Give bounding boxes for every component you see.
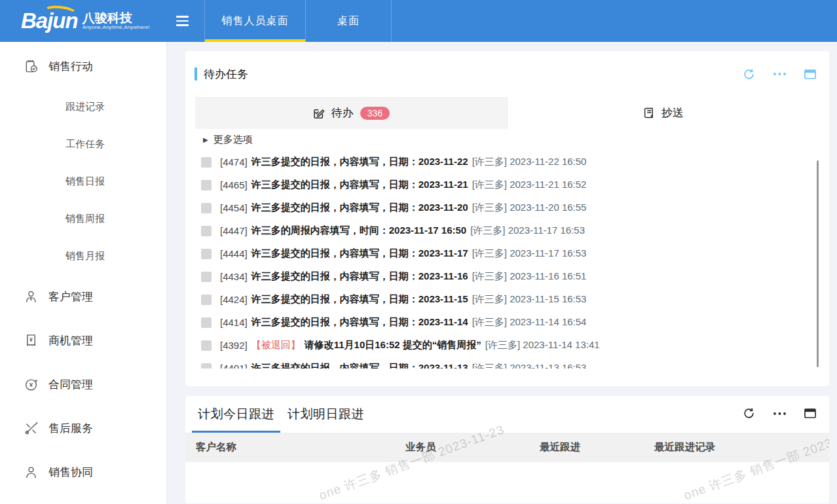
- clipboard-check-icon: [24, 59, 39, 74]
- tab-plan-today[interactable]: 计划今日跟进: [196, 396, 276, 433]
- ellipsis-icon[interactable]: [773, 72, 787, 76]
- todo-item-title: 许三多的周报内容填写，时间：2023-11-17 16:50: [251, 225, 466, 237]
- todo-item-meta: [许三多] 2023-11-15 16:53: [472, 293, 587, 306]
- sidebar-subitem-follow-up-records[interactable]: 跟进记录: [0, 88, 166, 126]
- todo-item-id: [4392]: [220, 340, 248, 351]
- topnav-tab-desktop[interactable]: 桌面: [306, 0, 392, 42]
- todo-item[interactable]: [4392]【被退回】请修改11月10日16:52 提交的“销售周报”[许三多]…: [201, 334, 829, 357]
- sidebar-item-sales-action[interactable]: 销售行动: [0, 45, 166, 88]
- todo-item-meta: [许三多] 2023-11-20 16:55: [472, 202, 587, 214]
- todo-item[interactable]: [4424]许三多提交的日报，内容填写，日期：2023-11-15[许三多] 2…: [201, 288, 829, 311]
- todo-checkbox[interactable]: [201, 157, 212, 168]
- todo-item-title: 许三多提交的日报，内容填写，日期：2023-11-16: [251, 270, 468, 283]
- more-options-toggle[interactable]: ▶ 更多选项: [185, 129, 829, 151]
- todo-item-title: 许三多提交的日报，内容填写，日期：2023-11-20: [251, 202, 468, 214]
- todo-item-id: [4401]: [220, 363, 248, 369]
- todo-item-id: [4465]: [220, 179, 248, 190]
- todo-checkbox[interactable]: [201, 363, 212, 369]
- sidebar-item-contract-mgmt[interactable]: ¥合同管理: [0, 363, 166, 406]
- sidebar-item-label: 销售协同: [48, 465, 93, 480]
- panel-accent-bar: [195, 67, 197, 81]
- sidebar-item-label: 销售行动: [48, 59, 93, 74]
- refresh-icon[interactable]: [743, 407, 755, 420]
- caret-right-icon: ▶: [203, 136, 208, 143]
- todo-item-meta: [许三多] 2023-11-16 16:51: [472, 270, 587, 283]
- todo-checkbox[interactable]: [201, 180, 212, 190]
- todo-item[interactable]: [4401]许三多提交的日报，内容填写，日期：2023-11-13[许三多] 2…: [201, 357, 829, 369]
- sidebar-subitem-sales-monthly[interactable]: 销售月报: [0, 238, 166, 275]
- sidebar-subitem-sales-daily[interactable]: 销售日报: [0, 163, 166, 200]
- todo-item[interactable]: [4465]许三多提交的日报，内容填写，日期：2023-11-21[许三多] 2…: [201, 173, 829, 196]
- logo-text-cn: 八骏科技: [83, 12, 150, 25]
- more-options-label: 更多选项: [214, 134, 253, 146]
- svg-text:¥: ¥: [29, 381, 33, 388]
- contract-icon: ¥: [24, 377, 39, 392]
- tools-icon: [24, 421, 39, 436]
- todo-item[interactable]: [4414]许三多提交的日报，内容填写，日期：2023-11-14[许三多] 2…: [201, 311, 829, 334]
- todo-checkbox[interactable]: [201, 203, 212, 213]
- maximize-icon[interactable]: [804, 69, 816, 79]
- plan-panel: 计划今日跟进计划明日跟进 客户名称业务员最近跟进最近跟进记录 one 许三多 销…: [185, 396, 829, 503]
- todo-item-title: 许三多提交的日报，内容填写，日期：2023-11-21: [251, 179, 468, 191]
- tab-plan-tomorrow[interactable]: 计划明日跟进: [286, 396, 366, 433]
- todo-item-meta: [许三多] 2023-11-22 16:50: [472, 156, 587, 168]
- topnav-tab-label: 桌面: [337, 14, 360, 28]
- todo-tab-strip: 待办336抄送: [195, 97, 819, 129]
- maximize-icon[interactable]: [804, 408, 816, 418]
- todo-item[interactable]: [4447]许三多的周报内容填写，时间：2023-11-17 16:50[许三多…: [201, 219, 829, 242]
- sidebar-item-customer-mgmt[interactable]: 客户管理: [0, 275, 166, 319]
- ellipsis-icon[interactable]: [773, 412, 787, 416]
- todo-checkbox[interactable]: [201, 340, 212, 351]
- todo-item-id: [4434]: [220, 271, 248, 282]
- todo-item-returned-flag: 【被退回】: [251, 339, 301, 351]
- topnav-tabs: 销售人员桌面桌面: [204, 0, 392, 42]
- todo-item-title: 许三多提交的日报，内容填写，日期：2023-11-22: [251, 156, 468, 168]
- refresh-icon[interactable]: [743, 68, 755, 81]
- scrollbar-thumb[interactable]: [817, 160, 819, 367]
- topnav-tab-sales-desktop[interactable]: 销售人员桌面: [204, 0, 306, 42]
- todo-item-title: 许三多提交的日报，内容填写，日期：2023-11-15: [251, 293, 468, 306]
- receipt-icon: ¥: [24, 333, 39, 348]
- plan-panel-actions: [743, 407, 816, 420]
- person-icon: [24, 465, 39, 480]
- tab-todo[interactable]: 待办336: [195, 97, 507, 129]
- sidebar-item-opportunity-mgmt[interactable]: ¥商机管理: [0, 319, 166, 363]
- todo-item-meta: [许三多] 2023-11-14 16:54: [472, 316, 587, 329]
- todo-item-id: [4414]: [220, 317, 248, 328]
- sidebar-item-sales-collab[interactable]: 销售协同: [0, 450, 166, 494]
- todo-item[interactable]: [4434]许三多提交的日报，内容填写，日期：2023-11-16[许三多] 2…: [201, 265, 829, 288]
- todo-checkbox[interactable]: [201, 226, 212, 236]
- sidebar-item-after-sales[interactable]: 售后服务: [0, 406, 166, 450]
- todo-checkbox[interactable]: [201, 295, 212, 305]
- sidebar-subitem-sales-weekly[interactable]: 销售周报: [0, 200, 166, 238]
- todo-item-id: [4454]: [220, 202, 248, 213]
- todo-item-id: [4444]: [220, 248, 248, 259]
- plan-table-header: 客户名称业务员最近跟进最近跟进记录: [185, 433, 829, 462]
- todo-item[interactable]: [4444]许三多提交的日报，内容填写，日期：2023-11-17[许三多] 2…: [201, 242, 829, 265]
- customer-icon: [24, 289, 39, 304]
- tab-label: 待办: [331, 105, 354, 120]
- plan-table-body: [185, 462, 829, 503]
- plan-tab-label: 计划明日跟进: [288, 406, 364, 423]
- topnav-tab-label: 销售人员桌面: [222, 14, 289, 28]
- sidebar-subitem-work-tasks[interactable]: 工作任务: [0, 126, 166, 163]
- todo-checkbox[interactable]: [201, 249, 212, 259]
- todo-item-title: 许三多提交的日报，内容填写，日期：2023-11-17: [251, 247, 468, 260]
- tab-cc[interactable]: 抄送: [507, 97, 819, 129]
- todo-item[interactable]: [4454]许三多提交的日报，内容填写，日期：2023-11-20[许三多] 2…: [201, 196, 829, 219]
- column-header: 最近跟进记录: [654, 441, 829, 454]
- todo-item-meta: [许三多] 2023-11-17 16:53: [472, 247, 587, 260]
- sidebar-item-label: 合同管理: [48, 377, 93, 392]
- todo-checkbox[interactable]: [201, 272, 212, 282]
- todo-checkbox[interactable]: [201, 317, 212, 328]
- topbar: Bajun 八骏科技 Anyone,Anytime,Anywhere! 销售人员…: [0, 0, 837, 42]
- todo-item-meta: [许三多] 2023-11-13 16:53: [472, 362, 587, 369]
- column-header: 客户名称: [196, 441, 405, 454]
- sidebar: 销售行动跟进记录工作任务销售日报销售周报销售月报客户管理¥商机管理¥合同管理售后…: [0, 42, 167, 504]
- sidebar-item-label: 商机管理: [48, 333, 93, 348]
- todo-item-id: [4424]: [220, 294, 248, 305]
- todo-item[interactable]: [4474]许三多提交的日报，内容填写，日期：2023-11-22[许三多] 2…: [201, 151, 829, 173]
- hamburger-icon[interactable]: [176, 16, 189, 26]
- todo-item-id: [4447]: [220, 225, 248, 236]
- bajun-logo: Bajun 八骏科技 Anyone,Anytime,Anywhere!: [0, 0, 167, 42]
